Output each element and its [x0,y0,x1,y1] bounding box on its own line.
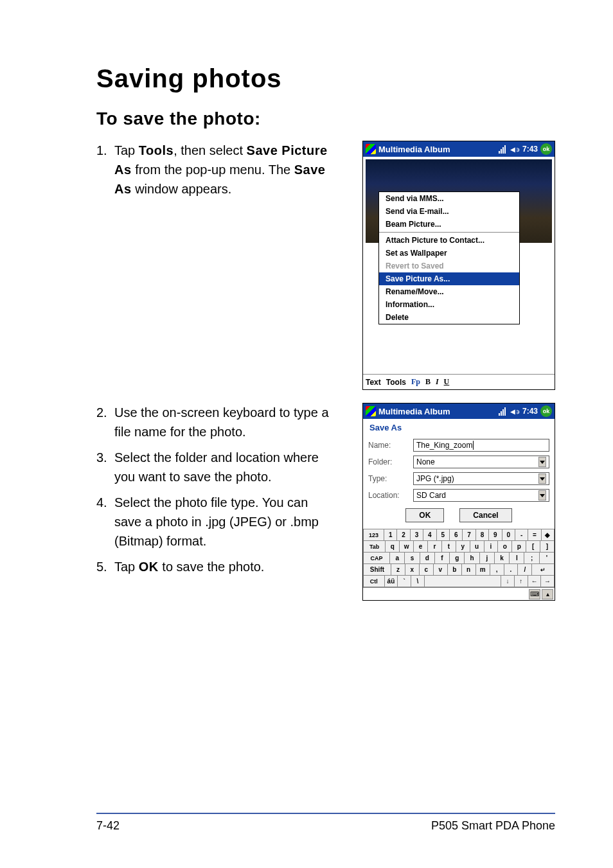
menu-item-save-picture-as[interactable]: Save Picture As... [379,272,519,285]
input-name[interactable]: The_King_zoom [413,439,549,452]
key-semicolon[interactable]: ; [524,553,539,564]
titlebar: Multimedia Album 7:43 ok [363,141,555,157]
key-o[interactable]: o [498,541,512,553]
menu-item-information[interactable]: Information... [379,298,519,311]
key-2[interactable]: 2 [397,529,410,541]
key-k[interactable]: k [495,553,510,564]
format-bold[interactable]: B [425,377,431,387]
format-underline[interactable]: U [444,377,450,387]
cancel-dialog-button[interactable]: Cancel [459,508,511,522]
key-accent[interactable]: áü [385,576,398,587]
key-comma[interactable]: , [490,564,504,576]
key-4[interactable]: 4 [423,529,436,541]
sip-bar: ⌨ ▴ [363,587,555,600]
key-backtick[interactable]: ` [398,576,411,587]
chevron-down-icon[interactable] [538,474,546,484]
key-q[interactable]: q [386,541,400,553]
key-tab[interactable]: Tab [363,541,386,553]
key-123[interactable]: 123 [363,529,384,541]
step-5: 5. Tap OK to save the photo. [96,557,337,576]
tools-menu-popup: Send via MMS... Send via E-mail... Beam … [378,191,520,324]
key-enter[interactable]: ↵ [532,564,555,576]
key-c[interactable]: c [420,564,434,576]
key-g[interactable]: g [450,553,465,564]
key-h[interactable]: h [465,553,479,564]
ok-button[interactable]: ok [540,405,552,417]
chevron-down-icon[interactable] [538,457,546,467]
key-e[interactable]: e [414,541,428,553]
ok-button[interactable]: ok [540,143,552,155]
format-italic[interactable]: I [436,377,439,387]
menu-item-set-wallpaper[interactable]: Set as Wallpaper [379,247,519,260]
key-3[interactable]: 3 [411,529,423,541]
key-l[interactable]: l [510,553,524,564]
key-period[interactable]: . [504,564,519,576]
key-w[interactable]: w [400,541,414,553]
key-equals[interactable]: = [528,529,541,541]
start-icon[interactable] [366,406,376,416]
key-p[interactable]: p [512,541,526,553]
label-name: Name: [368,441,413,450]
chevron-down-icon[interactable] [538,490,546,500]
step-2: 2. Use the on-screen keyboard to type a … [96,403,337,441]
key-left[interactable]: ← [528,576,542,587]
key-d[interactable]: d [420,553,435,564]
menu-item-send-email[interactable]: Send via E-mail... [379,205,519,218]
key-u[interactable]: u [470,541,484,553]
key-down[interactable]: ↓ [501,576,515,587]
key-ctl[interactable]: Ctl [363,576,385,587]
key-rbracket[interactable]: ] [540,541,555,553]
key-m[interactable]: m [476,564,490,576]
select-location[interactable]: SD Card [413,489,549,502]
key-backslash[interactable]: \ [411,576,425,587]
select-type[interactable]: JPG (*.jpg) [413,472,549,485]
key-backspace[interactable]: ◆ [542,529,555,541]
ok-dialog-button[interactable]: OK [405,508,444,522]
key-9[interactable]: 9 [489,529,502,541]
key-7[interactable]: 7 [463,529,475,541]
start-icon[interactable] [366,144,376,154]
onscreen-keyboard[interactable]: 123 1 2 3 4 5 6 7 8 9 0 - = ◆ [363,529,555,587]
key-a[interactable]: a [390,553,405,564]
format-font-picker[interactable]: Fp [411,377,420,387]
key-f[interactable]: f [435,553,450,564]
menu-item-delete[interactable]: Delete [379,311,519,324]
key-r[interactable]: r [428,541,442,553]
key-up[interactable]: ↑ [515,576,528,587]
key-s[interactable]: s [405,553,420,564]
key-caps[interactable]: CAP [363,553,390,564]
sip-up-icon[interactable]: ▴ [542,589,553,599]
key-t[interactable]: t [442,541,456,553]
key-0[interactable]: 0 [502,529,515,541]
key-apostrophe[interactable]: ' [540,553,555,564]
key-5[interactable]: 5 [437,529,450,541]
tab-text[interactable]: Text [366,378,381,387]
screenshot-save-as-dialog: Multimedia Album 7:43 ok Save As Name: T… [362,403,555,601]
menu-item-send-mms[interactable]: Send via MMS... [379,192,519,205]
key-z[interactable]: z [391,564,405,576]
key-right[interactable]: → [541,576,555,587]
key-n[interactable]: n [462,564,476,576]
key-v[interactable]: v [434,564,448,576]
menu-item-attach-contact[interactable]: Attach Picture to Contact... [379,234,519,247]
key-1[interactable]: 1 [384,529,397,541]
key-y[interactable]: y [456,541,470,553]
key-minus[interactable]: - [515,529,528,541]
key-lbracket[interactable]: [ [526,541,540,553]
key-shift[interactable]: Shift [363,564,391,576]
page-footer: 7-42 P505 Smart PDA Phone [96,813,555,833]
key-8[interactable]: 8 [476,529,489,541]
key-6[interactable]: 6 [450,529,463,541]
key-i[interactable]: i [484,541,499,553]
key-b[interactable]: b [448,564,462,576]
select-folder[interactable]: None [413,456,549,468]
menu-item-beam[interactable]: Beam Picture... [379,218,519,231]
keyboard-toggle-icon[interactable]: ⌨ [529,589,540,599]
tab-tools[interactable]: Tools [386,378,406,387]
key-space[interactable] [425,576,501,587]
key-x[interactable]: x [405,564,420,576]
menu-item-rename-move[interactable]: Rename/Move... [379,285,519,298]
key-j[interactable]: j [480,553,495,564]
key-slash[interactable]: / [518,564,532,576]
dialog-title: Save As [363,419,555,436]
